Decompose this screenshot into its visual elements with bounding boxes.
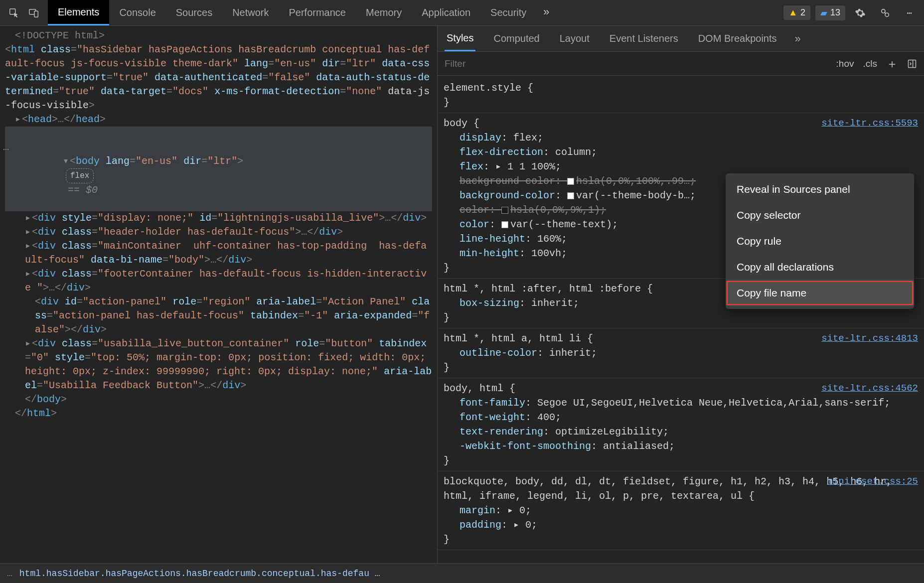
- html-close-tag[interactable]: </html>: [5, 407, 432, 421]
- dom-child-node[interactable]: ▸<div class="usabilla_live_button_contai…: [5, 337, 432, 393]
- flex-badge[interactable]: flex: [66, 168, 94, 183]
- settings-gear-icon[interactable]: [850, 3, 870, 23]
- hov-toggle[interactable]: :hov: [836, 58, 854, 69]
- main-tab-sources[interactable]: Sources: [166, 0, 222, 25]
- dom-child-node[interactable]: ▸<div class="mainContainer uhf-container…: [5, 239, 432, 267]
- context-menu-item[interactable]: Reveal in Sources panel: [726, 176, 914, 202]
- inspect-icon[interactable]: [4, 3, 24, 23]
- css-rule-block[interactable]: element.style {}: [438, 78, 924, 113]
- svg-point-3: [882, 9, 885, 12]
- message-icon: ▰: [820, 7, 827, 18]
- context-menu-item[interactable]: Copy all declarations: [726, 254, 914, 280]
- kebab-menu-icon[interactable]: ⋯: [900, 3, 920, 23]
- more-tabs-chevron-icon[interactable]: »: [536, 3, 556, 23]
- warning-icon: ▲: [788, 7, 797, 18]
- messages-badge[interactable]: ▰ 13: [815, 5, 845, 20]
- styles-tab-layout[interactable]: Layout: [558, 26, 592, 51]
- breadcrumb-bar: … html.hasSidebar.hasPageActions.hasBrea…: [0, 563, 924, 583]
- breadcrumb-path[interactable]: html.hasSidebar.hasPageActions.hasBreadc…: [19, 569, 380, 579]
- context-menu-item[interactable]: Copy selector: [726, 202, 914, 228]
- main-tab-memory[interactable]: Memory: [356, 0, 412, 25]
- dom-child-node[interactable]: ▸<div class="footerContainer has-default…: [5, 267, 432, 295]
- head-element-node[interactable]: ▸<head>…</head>: [5, 113, 432, 127]
- svg-rect-2: [34, 11, 38, 17]
- context-menu: Reveal in Sources panelCopy selectorCopy…: [726, 173, 914, 309]
- html-element-node[interactable]: <html class="hasSidebar hasPageActions h…: [5, 43, 432, 113]
- styles-filter-bar: :hov .cls ＋: [438, 52, 924, 76]
- styles-tab-event-listeners[interactable]: Event Listeners: [608, 26, 680, 51]
- css-source-link[interactable]: minireset.css:25: [827, 474, 918, 489]
- css-rule-block[interactable]: blockquote, body, dd, dl, dt, fieldset, …: [438, 471, 924, 550]
- computed-sidebar-toggle-icon[interactable]: [907, 59, 917, 69]
- cls-toggle[interactable]: .cls: [863, 58, 878, 69]
- styles-tab-styles[interactable]: Styles: [445, 26, 475, 51]
- styles-tab-dom-breakpoints[interactable]: DOM Breakpoints: [696, 26, 779, 51]
- styles-more-tabs-chevron-icon[interactable]: »: [795, 32, 801, 45]
- breadcrumb-ellipsis[interactable]: …: [7, 569, 12, 579]
- main-tab-elements[interactable]: Elements: [48, 0, 109, 25]
- devtools-top-bar: ElementsConsoleSourcesNetworkPerformance…: [0, 0, 924, 26]
- dom-child-node[interactable]: ▸<div class="header-holder has-default-f…: [5, 225, 432, 239]
- css-source-link[interactable]: site-ltr.css:4562: [821, 381, 918, 396]
- body-close-tag[interactable]: </body>: [5, 393, 432, 407]
- css-source-link[interactable]: site-ltr.css:5593: [821, 116, 918, 131]
- css-rule-block[interactable]: html *, html a, html li {site-ltr.css:48…: [438, 328, 924, 378]
- dom-child-node[interactable]: ▸<div style="display: none;" id="lightni…: [5, 211, 432, 225]
- css-rule-block[interactable]: body, html {site-ltr.css:4562font-family…: [438, 378, 924, 471]
- main-tab-performance[interactable]: Performance: [279, 0, 356, 25]
- styles-sub-tabs: StylesComputedLayoutEvent ListenersDOM B…: [438, 26, 924, 52]
- dom-child-node[interactable]: <div id="action-panel" role="region" ari…: [5, 295, 432, 337]
- context-menu-item[interactable]: Copy file name: [726, 280, 914, 306]
- warnings-badge[interactable]: ▲ 2: [783, 5, 810, 20]
- styles-filter-input[interactable]: [445, 58, 827, 69]
- styles-panel: StylesComputedLayoutEvent ListenersDOM B…: [438, 26, 924, 563]
- messages-count: 13: [830, 7, 840, 18]
- css-source-link[interactable]: site-ltr.css:4813: [821, 331, 918, 346]
- new-style-rule-icon[interactable]: ＋: [886, 56, 898, 72]
- main-tab-security[interactable]: Security: [480, 0, 536, 25]
- context-menu-item[interactable]: Copy rule: [726, 228, 914, 254]
- selected-indicator: == $0: [68, 184, 98, 196]
- styles-tab-computed[interactable]: Computed: [491, 26, 541, 51]
- device-toggle-icon[interactable]: [24, 3, 44, 23]
- svg-rect-5: [909, 60, 916, 67]
- svg-point-4: [885, 13, 889, 16]
- main-tab-application[interactable]: Application: [412, 0, 480, 25]
- doctype-node[interactable]: <!DOCTYPE html>: [5, 29, 432, 43]
- main-tab-network[interactable]: Network: [222, 0, 279, 25]
- main-tab-console[interactable]: Console: [109, 0, 165, 25]
- css-rules-list: element.style {}body {site-ltr.css:5593d…: [438, 76, 924, 552]
- main-tabs: ElementsConsoleSourcesNetworkPerformance…: [48, 0, 536, 25]
- customize-icon[interactable]: [875, 3, 895, 23]
- body-element-node[interactable]: … ▾<body lang="en-us" dir="ltr"> flex ==…: [5, 127, 432, 211]
- dom-tree-panel: <!DOCTYPE html> <html class="hasSidebar …: [0, 26, 438, 563]
- warnings-count: 2: [800, 7, 805, 18]
